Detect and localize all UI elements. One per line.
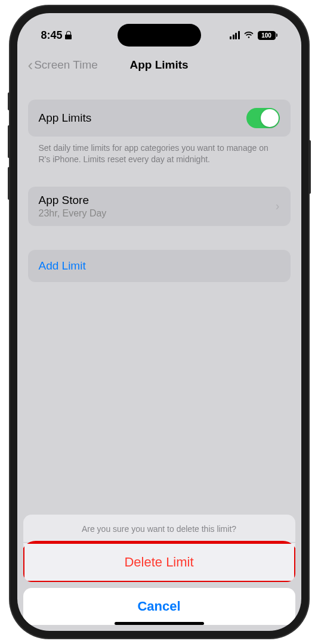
battery-level: 100 bbox=[261, 32, 271, 39]
limit-name: App Store bbox=[39, 194, 107, 207]
cancel-button[interactable]: Cancel bbox=[23, 588, 295, 625]
app-limits-toggle-card: App Limits bbox=[28, 100, 291, 137]
app-limits-description: Set daily time limits for app categories… bbox=[28, 137, 291, 165]
action-sheet-message: Are you sure you want to delete this lim… bbox=[23, 515, 295, 543]
dynamic-island bbox=[118, 24, 201, 47]
home-indicator[interactable] bbox=[115, 622, 204, 625]
volume-down-button bbox=[8, 167, 10, 200]
status-right: 100 bbox=[230, 30, 277, 41]
highlight-annotation: Delete Limit bbox=[23, 541, 295, 582]
limit-detail: 23hr, Every Day bbox=[39, 208, 107, 219]
limit-row[interactable]: App Store 23hr, Every Day › bbox=[28, 187, 291, 226]
signal-icon bbox=[230, 31, 240, 39]
wifi-icon bbox=[243, 30, 254, 41]
back-button[interactable]: ‹ Screen Time bbox=[28, 57, 98, 73]
status-time: 8:45 bbox=[41, 29, 72, 42]
lock-icon bbox=[65, 31, 72, 39]
action-sheet-group: Are you sure you want to delete this lim… bbox=[23, 515, 295, 582]
action-sheet: Are you sure you want to delete this lim… bbox=[17, 515, 301, 631]
add-limit-label: Add Limit bbox=[39, 259, 86, 272]
app-limits-toggle[interactable] bbox=[246, 108, 280, 128]
limit-text: App Store 23hr, Every Day bbox=[39, 194, 107, 219]
screen: 8:45 100 ‹ Screen Time App bbox=[17, 13, 301, 631]
add-limit-button[interactable]: Add Limit bbox=[28, 250, 291, 282]
power-button bbox=[308, 140, 311, 194]
app-limits-label: App Limits bbox=[39, 112, 92, 125]
chevron-left-icon: ‹ bbox=[28, 57, 33, 73]
content: App Limits Set daily time limits for app… bbox=[17, 85, 301, 282]
nav-bar: ‹ Screen Time App Limits bbox=[17, 49, 301, 85]
time-text: 8:45 bbox=[41, 29, 63, 42]
chevron-right-icon: › bbox=[276, 199, 280, 213]
delete-limit-button[interactable]: Delete Limit bbox=[24, 544, 294, 581]
toggle-knob bbox=[261, 109, 279, 127]
silence-switch bbox=[8, 92, 10, 110]
phone-frame: 8:45 100 ‹ Screen Time App bbox=[10, 6, 308, 638]
volume-up-button bbox=[8, 125, 10, 158]
battery-icon: 100 bbox=[258, 31, 277, 40]
app-limits-row: App Limits bbox=[28, 100, 291, 137]
page-title: App Limits bbox=[129, 58, 188, 72]
back-label: Screen Time bbox=[34, 58, 98, 72]
